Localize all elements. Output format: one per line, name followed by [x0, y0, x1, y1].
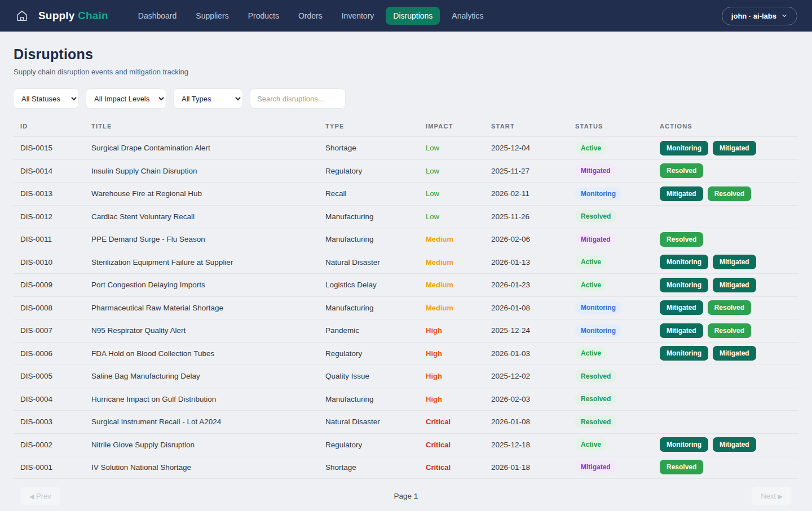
cell-type: Quality Issue: [325, 372, 426, 380]
status-badge: Monitoring: [575, 188, 621, 200]
table-row: DIS-0007N95 Respirator Quality AlertPand…: [14, 319, 798, 342]
column-header-type: Type: [325, 123, 426, 130]
monitoring-action-button[interactable]: Monitoring: [660, 278, 708, 292]
page-subtitle: Supply chain disruption events and mitig…: [14, 68, 798, 76]
cell-impact: Low: [426, 212, 491, 221]
next-label: Next: [761, 492, 776, 500]
cell-start-date: 2025-11-26: [491, 212, 575, 221]
cell-title: Warehouse Fire at Regional Hub: [91, 189, 325, 198]
cell-actions: MonitoringMitigated: [660, 278, 792, 292]
nav-item-orders[interactable]: Orders: [291, 7, 330, 25]
mitigated-action-button[interactable]: Mitigated: [660, 300, 703, 315]
cell-title: Saline Bag Manufacturing Delay: [91, 372, 325, 380]
cell-id: DIS-0002: [20, 441, 91, 449]
cell-start-date: 2025-12-24: [491, 326, 575, 335]
nav-item-suppliers[interactable]: Suppliers: [188, 7, 236, 25]
cell-title: Surgical Drape Contamination Alert: [91, 144, 325, 152]
mitigated-action-button[interactable]: Mitigated: [713, 346, 756, 361]
search-input[interactable]: [250, 89, 345, 108]
mitigated-action-button[interactable]: Mitigated: [713, 278, 756, 292]
table-row: DIS-0001IV Solution National ShortageSho…: [14, 456, 798, 479]
cell-status: Active: [575, 347, 660, 359]
mitigated-action-button[interactable]: Mitigated: [713, 255, 756, 269]
impact-filter-select[interactable]: All Impact Levels: [86, 89, 166, 108]
cell-status: Mitigated: [575, 165, 660, 177]
monitoring-action-button[interactable]: Monitoring: [660, 346, 708, 361]
cell-id: DIS-0009: [20, 281, 91, 289]
cell-title: N95 Respirator Quality Alert: [91, 326, 325, 335]
brand-part1: Supply: [38, 10, 75, 21]
table-header-row: IDTitleTypeImpactStartStatusActions: [14, 123, 798, 136]
type-filter-select[interactable]: All Types: [174, 89, 242, 108]
disruptions-page: Disruptions Supply chain disruption even…: [0, 32, 812, 511]
column-header-id: ID: [20, 123, 91, 130]
monitoring-action-button[interactable]: Monitoring: [660, 255, 708, 269]
user-menu-button[interactable]: john · ai-labs: [722, 7, 797, 25]
cell-impact: Medium: [426, 281, 491, 289]
cell-start-date: 2025-12-02: [491, 372, 575, 380]
cell-start-date: 2026-02-11: [491, 189, 575, 198]
cell-type: Recall: [325, 189, 426, 198]
mitigated-action-button[interactable]: Mitigated: [713, 141, 756, 155]
cell-actions: MonitoringMitigated: [660, 437, 792, 452]
cell-start-date: 2025-11-27: [491, 167, 575, 175]
resolved-action-button[interactable]: Resolved: [708, 323, 751, 338]
cell-status: Mitigated: [575, 461, 660, 473]
resolved-action-button[interactable]: Resolved: [708, 186, 751, 201]
next-page-button[interactable]: Next ▶: [752, 487, 792, 505]
cell-impact: High: [426, 326, 491, 335]
cell-start-date: 2025-12-04: [491, 144, 575, 152]
cell-impact: Medium: [426, 304, 491, 312]
nav-links: DashboardSuppliersProductsOrdersInventor…: [131, 7, 722, 25]
cell-id: DIS-0015: [20, 144, 91, 152]
status-badge: Resolved: [575, 370, 616, 383]
cell-title: Sterilization Equipment Failure at Suppl…: [91, 258, 325, 266]
cell-id: DIS-0010: [20, 258, 91, 266]
resolved-action-button[interactable]: Resolved: [660, 232, 703, 247]
prev-arrow-icon: ◀: [29, 493, 34, 500]
nav-item-analytics[interactable]: Analytics: [444, 7, 491, 25]
resolved-action-button[interactable]: Resolved: [660, 460, 703, 474]
cell-id: DIS-0014: [20, 167, 91, 175]
status-filter-select[interactable]: All Statuses: [14, 89, 78, 108]
mitigated-action-button[interactable]: Mitigated: [660, 323, 703, 338]
cell-title: Insulin Supply Chain Disruption: [91, 167, 325, 175]
brand-logo: Supply Chain: [38, 10, 108, 22]
cell-status: Resolved: [575, 393, 660, 405]
status-badge: Active: [575, 438, 607, 451]
chevron-down-icon: [781, 12, 788, 19]
cell-title: PPE Demand Surge - Flu Season: [91, 235, 325, 243]
cell-type: Regulatory: [325, 349, 426, 358]
cell-title: Port Congestion Delaying Imports: [91, 281, 325, 289]
cell-start-date: 2026-02-03: [491, 395, 575, 403]
cell-title: Hurricane Impact on Gulf Distribution: [91, 395, 325, 403]
prev-page-button[interactable]: ◀ Prev: [20, 487, 60, 505]
next-arrow-icon: ▶: [778, 493, 783, 500]
nav-item-disruptions[interactable]: Disruptions: [386, 7, 440, 25]
mitigated-action-button[interactable]: Mitigated: [713, 437, 756, 452]
status-badge: Mitigated: [575, 461, 616, 473]
cell-actions: MonitoringMitigated: [660, 255, 792, 269]
cell-start-date: 2026-01-13: [491, 258, 575, 266]
cell-start-date: 2025-12-18: [491, 441, 575, 449]
cell-title: Surgical Instrument Recall - Lot A2024: [91, 417, 325, 426]
monitoring-action-button[interactable]: Monitoring: [660, 437, 708, 452]
cell-status: Monitoring: [575, 188, 660, 200]
cell-impact: Low: [426, 167, 491, 175]
prev-label: Prev: [36, 492, 51, 500]
nav-item-inventory[interactable]: Inventory: [334, 7, 382, 25]
nav-item-products[interactable]: Products: [241, 7, 286, 25]
cell-status: Monitoring: [575, 325, 660, 337]
resolved-action-button[interactable]: Resolved: [660, 163, 703, 178]
cell-actions: MonitoringMitigated: [660, 346, 792, 361]
page-indicator: Page 1: [394, 492, 418, 500]
nav-item-dashboard[interactable]: Dashboard: [131, 7, 184, 25]
column-header-status: Status: [575, 123, 660, 130]
mitigated-action-button[interactable]: Mitigated: [660, 186, 703, 201]
cell-status: Active: [575, 438, 660, 451]
cell-title: Pharmaceutical Raw Material Shortage: [91, 304, 325, 312]
home-icon[interactable]: [15, 8, 29, 23]
resolved-action-button[interactable]: Resolved: [708, 300, 751, 315]
monitoring-action-button[interactable]: Monitoring: [660, 141, 708, 155]
status-badge: Resolved: [575, 393, 616, 405]
